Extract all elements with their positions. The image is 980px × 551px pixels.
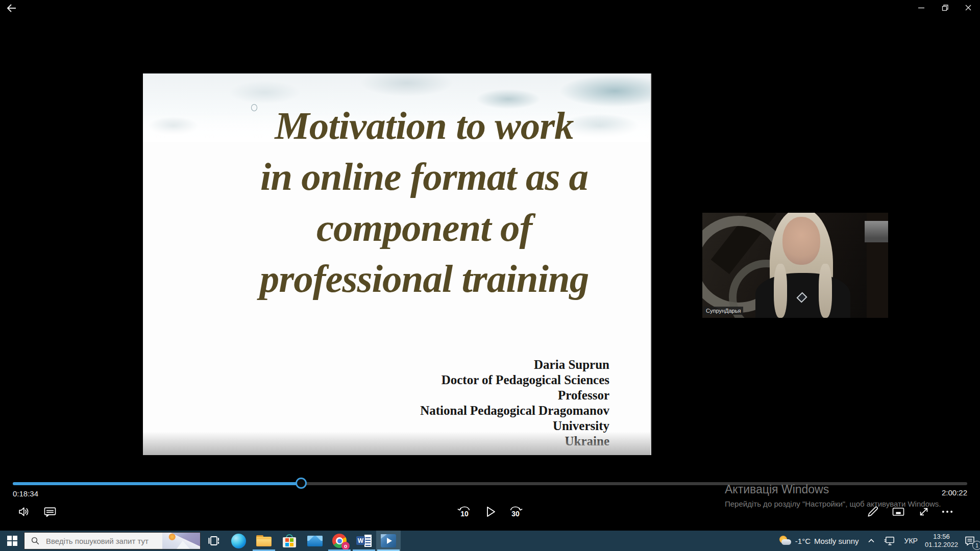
task-view-icon [207, 534, 220, 547]
activation-title: Активація Windows [725, 483, 941, 496]
more-options-button[interactable] [939, 503, 956, 520]
weather-widget[interactable]: -1°C Mostly sunny [777, 531, 861, 551]
slide-title-line: professional training [203, 253, 645, 304]
temperature: -1°C [795, 537, 811, 545]
language-indicator: УКР [904, 537, 918, 545]
slide-title: Motivation to work in online format as a… [203, 100, 645, 304]
fullscreen-icon [917, 505, 931, 519]
search-input[interactable] [45, 536, 154, 546]
volume-button[interactable] [16, 503, 33, 520]
author-line: Professor [420, 388, 609, 403]
keyboard-language-button[interactable]: УКР [903, 531, 919, 551]
webcam-video: СупрунДарья [702, 213, 888, 318]
speaker-face [782, 217, 820, 265]
search-highlight-image [162, 533, 200, 549]
author-line: National Pedagogical Dragomanov [420, 403, 609, 418]
author-line: Daria Suprun [420, 357, 609, 372]
minimize-button[interactable] [910, 0, 933, 15]
store-icon [283, 534, 296, 547]
window-controls [910, 0, 980, 15]
pen-icon [866, 505, 880, 519]
subtitles-button[interactable] [41, 503, 59, 520]
progress-thumb[interactable] [296, 478, 307, 489]
task-view-button[interactable] [202, 531, 225, 551]
mini-player-button[interactable] [890, 503, 907, 520]
skip-forward-label: 30 [507, 510, 524, 518]
background-furniture [865, 221, 888, 242]
taskbar-app-word[interactable]: W [352, 531, 376, 551]
close-button[interactable] [957, 0, 980, 15]
taskbar-app-mail[interactable] [303, 531, 327, 551]
progress-fill [13, 482, 301, 485]
chrome-profile-badge: o [341, 542, 350, 550]
edge-icon [231, 534, 246, 548]
mail-icon [307, 536, 323, 546]
skip-back-10-button[interactable]: 10 [456, 503, 473, 520]
tray-time: 13:56 [925, 533, 958, 541]
volume-icon [17, 505, 32, 519]
subtitles-icon [43, 505, 57, 519]
minimize-icon [918, 4, 925, 11]
taskbar-app-chrome[interactable]: o [327, 531, 352, 551]
chevron-up-icon [868, 538, 875, 543]
slide-title-line: in online format as a [203, 151, 645, 202]
close-icon [965, 4, 972, 11]
windows-activation-watermark: Активація Windows Перейдіть до розділу "… [725, 483, 941, 509]
arrow-left-icon [6, 2, 18, 14]
back-button[interactable] [3, 1, 20, 15]
weather-icon [778, 536, 792, 546]
restore-button[interactable] [933, 0, 957, 15]
slide-title-line: component of [203, 202, 645, 253]
elapsed-time: 0:18:34 [13, 489, 38, 498]
taskbar-app-file-explorer[interactable] [252, 531, 276, 551]
tray-date: 01.12.2022 [925, 541, 958, 549]
speaker-hair-strand [819, 264, 832, 318]
weather-condition: Mostly sunny [814, 537, 859, 545]
clock[interactable]: 13:56 01.12.2022 [925, 533, 958, 549]
notification-badge: 1 [972, 541, 980, 550]
taskbar-app-store[interactable] [277, 531, 302, 551]
hidden-icons-button[interactable] [866, 531, 876, 551]
play-button[interactable] [481, 503, 499, 520]
skip-forward-30-button[interactable]: 30 [507, 503, 524, 520]
more-options-icon [940, 505, 954, 519]
start-button[interactable] [0, 531, 24, 551]
fullscreen-button[interactable] [915, 503, 933, 520]
slide-bottom-fade [143, 432, 650, 455]
mini-player-icon [891, 505, 905, 519]
pen-annotation-button[interactable] [864, 503, 881, 520]
taskbar-search[interactable] [24, 532, 201, 549]
file-explorer-icon [256, 535, 272, 546]
speaker-hair-strand [774, 264, 787, 318]
presentation-slide: Motivation to work in online format as a… [143, 73, 651, 455]
taskbar-app-movies-tv[interactable] [376, 531, 401, 551]
skip-back-label: 10 [456, 510, 473, 518]
action-center-button[interactable]: 1 [964, 535, 978, 547]
author-line: Doctor of Pedagogical Sciences [420, 372, 609, 388]
slide-title-line: Motivation to work [203, 100, 645, 151]
system-tray: -1°C Mostly sunny УКР 13:56 01.12.2022 1 [777, 531, 978, 551]
restore-icon [941, 4, 949, 12]
windows-start-icon [7, 536, 17, 546]
webcam-name-label: СупрунДарья [703, 307, 743, 315]
network-button[interactable] [882, 531, 897, 551]
movies-tv-icon [381, 534, 396, 547]
chrome-icon: o [332, 534, 347, 548]
search-icon [31, 536, 40, 545]
taskbar-app-edge[interactable] [226, 531, 251, 551]
play-icon [481, 503, 499, 520]
activation-subtitle: Перейдіть до розділу "Настройки", щоб ак… [725, 499, 941, 509]
network-icon [884, 536, 896, 546]
word-icon: W [356, 534, 372, 547]
